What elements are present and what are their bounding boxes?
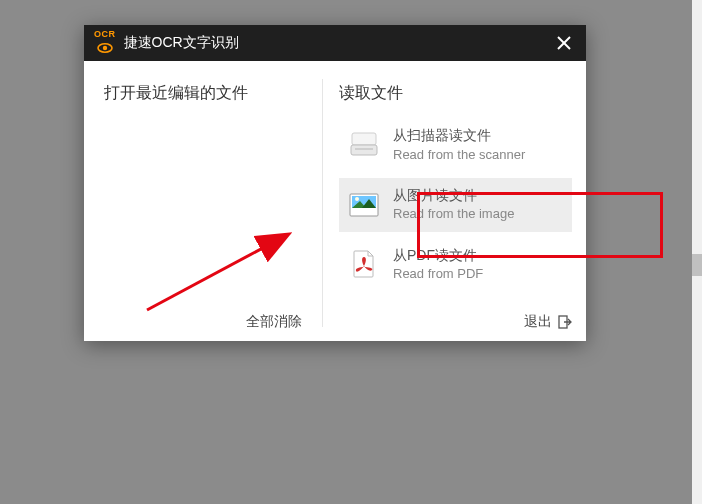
clear-all-link[interactable]: 全部消除 (246, 313, 302, 331)
pdf-icon (349, 249, 379, 279)
eye-icon (97, 40, 113, 56)
option-scanner-text: 从扫描器读文件 Read from the scanner (393, 126, 525, 164)
exit-icon (558, 315, 572, 329)
scanner-icon (349, 130, 379, 160)
option-image-text: 从图片读文件 Read from the image (393, 186, 514, 224)
svg-point-11 (355, 197, 359, 201)
exit-link[interactable]: 退出 (524, 313, 572, 331)
close-icon (557, 36, 571, 50)
option-image-en: Read from the image (393, 205, 514, 223)
image-icon (349, 190, 379, 220)
option-scanner-en: Read from the scanner (393, 146, 525, 164)
option-pdf[interactable]: 从PDF读文件 Read from PDF (339, 238, 572, 292)
app-canvas: OCR 捷速OCR文字识别 打开最近编辑的文件 (0, 0, 682, 504)
dialog-body: 打开最近编辑的文件 全部消除 读取文件 (84, 61, 586, 341)
right-footer: 退出 (339, 305, 572, 331)
option-scanner-cn: 从扫描器读文件 (393, 126, 525, 146)
recent-files-title: 打开最近编辑的文件 (104, 83, 302, 104)
option-image[interactable]: 从图片读文件 Read from the image (339, 178, 572, 232)
svg-point-1 (103, 46, 107, 50)
logo-ocr-text: OCR (94, 30, 116, 39)
close-button[interactable] (552, 31, 576, 55)
app-logo: OCR (94, 30, 116, 56)
option-scanner[interactable]: 从扫描器读文件 Read from the scanner (339, 118, 572, 172)
option-pdf-en: Read from PDF (393, 265, 483, 283)
option-pdf-cn: 从PDF读文件 (393, 246, 483, 266)
welcome-dialog: OCR 捷速OCR文字识别 打开最近编辑的文件 (84, 25, 586, 341)
read-file-title: 读取文件 (339, 83, 572, 104)
scrollbar-thumb[interactable] (692, 254, 702, 276)
titlebar: OCR 捷速OCR文字识别 (84, 25, 586, 61)
option-image-cn: 从图片读文件 (393, 186, 514, 206)
vertical-scrollbar[interactable] (692, 0, 702, 504)
option-pdf-text: 从PDF读文件 Read from PDF (393, 246, 483, 284)
svg-rect-4 (352, 133, 376, 145)
left-footer: 全部消除 (104, 305, 302, 331)
recent-files-panel: 打开最近编辑的文件 全部消除 (84, 61, 322, 341)
exit-label: 退出 (524, 313, 552, 331)
svg-rect-6 (355, 148, 373, 150)
dialog-title: 捷速OCR文字识别 (124, 34, 553, 52)
read-file-panel: 读取文件 从扫描器读文件 Read from the scanner (323, 61, 586, 341)
